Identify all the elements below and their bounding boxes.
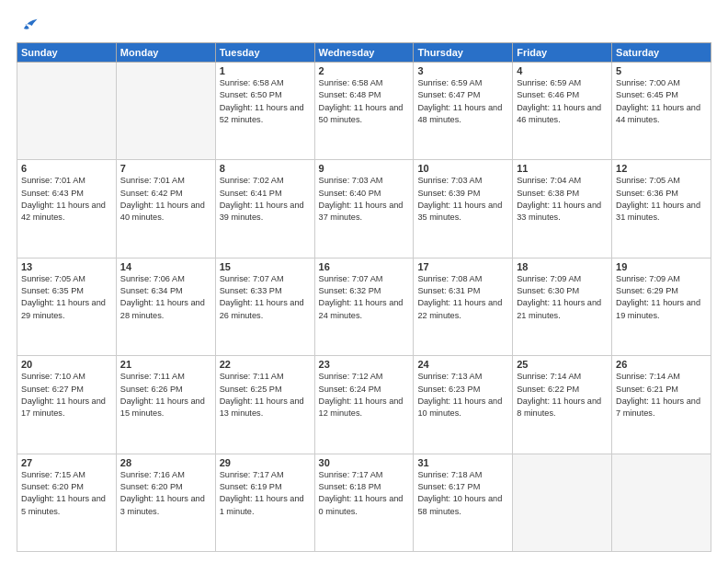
day-detail: Sunrise: 7:01 AMSunset: 6:42 PMDaylight:… (120, 176, 205, 222)
calendar-cell: 31Sunrise: 7:18 AMSunset: 6:17 PMDayligh… (414, 454, 513, 551)
day-number: 20 (21, 359, 112, 370)
day-number: 10 (417, 163, 508, 174)
calendar-cell: 20Sunrise: 7:10 AMSunset: 6:27 PMDayligh… (17, 356, 117, 454)
day-number: 23 (319, 359, 410, 370)
day-detail: Sunrise: 7:18 AMSunset: 6:17 PMDaylight:… (417, 470, 502, 516)
calendar-cell: 17Sunrise: 7:08 AMSunset: 6:31 PMDayligh… (414, 258, 513, 355)
day-number: 29 (220, 457, 311, 468)
day-detail: Sunrise: 6:59 AMSunset: 6:47 PMDaylight:… (417, 78, 502, 124)
day-number: 8 (220, 163, 311, 174)
calendar-cell (17, 63, 117, 160)
day-detail: Sunrise: 7:15 AMSunset: 6:20 PMDaylight:… (21, 470, 106, 516)
day-detail: Sunrise: 7:01 AMSunset: 6:43 PMDaylight:… (21, 176, 106, 222)
day-detail: Sunrise: 7:14 AMSunset: 6:21 PMDaylight:… (616, 372, 700, 418)
day-detail: Sunrise: 7:13 AMSunset: 6:23 PMDaylight:… (417, 372, 502, 418)
calendar-cell (513, 454, 612, 551)
calendar-cell: 26Sunrise: 7:14 AMSunset: 6:21 PMDayligh… (612, 356, 711, 454)
calendar-cell: 6Sunrise: 7:01 AMSunset: 6:43 PMDaylight… (17, 160, 117, 258)
day-detail: Sunrise: 7:07 AMSunset: 6:32 PMDaylight:… (319, 274, 404, 320)
day-detail: Sunrise: 7:17 AMSunset: 6:19 PMDaylight:… (220, 470, 304, 516)
calendar-cell: 3Sunrise: 6:59 AMSunset: 6:47 PMDaylight… (414, 63, 513, 160)
day-number: 2 (319, 65, 410, 76)
day-number: 25 (517, 359, 608, 370)
day-number: 18 (517, 261, 608, 272)
calendar-cell: 8Sunrise: 7:02 AMSunset: 6:41 PMDaylight… (215, 160, 314, 258)
weekday-header-wednesday: Wednesday (314, 43, 414, 63)
day-number: 16 (319, 261, 410, 272)
weekday-header-saturday: Saturday (612, 43, 711, 63)
day-detail: Sunrise: 7:00 AMSunset: 6:45 PMDaylight:… (616, 78, 700, 124)
calendar-cell: 13Sunrise: 7:05 AMSunset: 6:35 PMDayligh… (17, 258, 117, 355)
weekday-header-tuesday: Tuesday (215, 43, 314, 63)
day-number: 24 (417, 359, 508, 370)
day-number: 30 (319, 457, 410, 468)
calendar-cell: 24Sunrise: 7:13 AMSunset: 6:23 PMDayligh… (414, 356, 513, 454)
day-detail: Sunrise: 7:17 AMSunset: 6:18 PMDaylight:… (319, 470, 404, 516)
calendar-cell: 19Sunrise: 7:09 AMSunset: 6:29 PMDayligh… (612, 258, 711, 355)
calendar-cell: 30Sunrise: 7:17 AMSunset: 6:18 PMDayligh… (314, 454, 414, 551)
day-number: 6 (21, 163, 112, 174)
calendar-cell: 18Sunrise: 7:09 AMSunset: 6:30 PMDayligh… (513, 258, 612, 355)
page: SundayMondayTuesdayWednesdayThursdayFrid… (0, 0, 728, 563)
weekday-header-row: SundayMondayTuesdayWednesdayThursdayFrid… (17, 43, 711, 63)
day-detail: Sunrise: 6:58 AMSunset: 6:50 PMDaylight:… (220, 78, 304, 124)
day-detail: Sunrise: 7:09 AMSunset: 6:29 PMDaylight:… (616, 274, 700, 320)
calendar-cell: 2Sunrise: 6:58 AMSunset: 6:48 PMDaylight… (314, 63, 414, 160)
logo (17, 15, 39, 35)
day-detail: Sunrise: 7:04 AMSunset: 6:38 PMDaylight:… (517, 176, 601, 222)
calendar-week-1: 1Sunrise: 6:58 AMSunset: 6:50 PMDaylight… (17, 63, 711, 160)
calendar-cell: 27Sunrise: 7:15 AMSunset: 6:20 PMDayligh… (17, 454, 117, 551)
calendar-cell: 7Sunrise: 7:01 AMSunset: 6:42 PMDaylight… (116, 160, 215, 258)
day-detail: Sunrise: 7:11 AMSunset: 6:25 PMDaylight:… (220, 372, 304, 418)
day-detail: Sunrise: 7:03 AMSunset: 6:40 PMDaylight:… (319, 176, 404, 222)
day-detail: Sunrise: 7:06 AMSunset: 6:34 PMDaylight:… (120, 274, 205, 320)
day-detail: Sunrise: 6:58 AMSunset: 6:48 PMDaylight:… (319, 78, 404, 124)
day-number: 3 (417, 65, 508, 76)
calendar-week-3: 13Sunrise: 7:05 AMSunset: 6:35 PMDayligh… (17, 258, 711, 355)
day-number: 27 (21, 457, 112, 468)
calendar-cell: 5Sunrise: 7:00 AMSunset: 6:45 PMDaylight… (612, 63, 711, 160)
day-number: 17 (417, 261, 508, 272)
day-number: 31 (417, 457, 508, 468)
day-number: 28 (120, 457, 211, 468)
day-detail: Sunrise: 7:07 AMSunset: 6:33 PMDaylight:… (220, 274, 304, 320)
day-number: 9 (319, 163, 410, 174)
calendar-cell: 11Sunrise: 7:04 AMSunset: 6:38 PMDayligh… (513, 160, 612, 258)
day-number: 13 (21, 261, 112, 272)
day-detail: Sunrise: 7:14 AMSunset: 6:22 PMDaylight:… (517, 372, 601, 418)
day-detail: Sunrise: 7:05 AMSunset: 6:35 PMDaylight:… (21, 274, 106, 320)
calendar-week-5: 27Sunrise: 7:15 AMSunset: 6:20 PMDayligh… (17, 454, 711, 551)
calendar-cell: 16Sunrise: 7:07 AMSunset: 6:32 PMDayligh… (314, 258, 414, 355)
day-number: 4 (517, 65, 608, 76)
day-number: 1 (220, 65, 311, 76)
calendar-cell: 15Sunrise: 7:07 AMSunset: 6:33 PMDayligh… (215, 258, 314, 355)
calendar-cell (612, 454, 711, 551)
day-number: 11 (517, 163, 608, 174)
calendar-table: SundayMondayTuesdayWednesdayThursdayFrid… (17, 42, 711, 552)
day-number: 14 (120, 261, 211, 272)
day-number: 26 (616, 359, 707, 370)
calendar-cell: 1Sunrise: 6:58 AMSunset: 6:50 PMDaylight… (215, 63, 314, 160)
day-detail: Sunrise: 7:16 AMSunset: 6:20 PMDaylight:… (120, 470, 205, 516)
weekday-header-monday: Monday (116, 43, 215, 63)
day-detail: Sunrise: 6:59 AMSunset: 6:46 PMDaylight:… (517, 78, 601, 124)
calendar-cell: 28Sunrise: 7:16 AMSunset: 6:20 PMDayligh… (116, 454, 215, 551)
calendar-cell: 10Sunrise: 7:03 AMSunset: 6:39 PMDayligh… (414, 160, 513, 258)
calendar-week-4: 20Sunrise: 7:10 AMSunset: 6:27 PMDayligh… (17, 356, 711, 454)
day-number: 19 (616, 261, 707, 272)
day-detail: Sunrise: 7:11 AMSunset: 6:26 PMDaylight:… (120, 372, 205, 418)
day-number: 5 (616, 65, 707, 76)
day-detail: Sunrise: 7:12 AMSunset: 6:24 PMDaylight:… (319, 372, 404, 418)
day-detail: Sunrise: 7:05 AMSunset: 6:36 PMDaylight:… (616, 176, 700, 222)
day-detail: Sunrise: 7:03 AMSunset: 6:39 PMDaylight:… (417, 176, 502, 222)
day-number: 21 (120, 359, 211, 370)
calendar-cell: 4Sunrise: 6:59 AMSunset: 6:46 PMDaylight… (513, 63, 612, 160)
weekday-header-thursday: Thursday (414, 43, 513, 63)
day-detail: Sunrise: 7:09 AMSunset: 6:30 PMDaylight:… (517, 274, 601, 320)
day-detail: Sunrise: 7:08 AMSunset: 6:31 PMDaylight:… (417, 274, 502, 320)
weekday-header-sunday: Sunday (17, 43, 117, 63)
calendar-cell: 29Sunrise: 7:17 AMSunset: 6:19 PMDayligh… (215, 454, 314, 551)
calendar-cell (116, 63, 215, 160)
logo-bird-icon (18, 15, 39, 35)
day-detail: Sunrise: 7:10 AMSunset: 6:27 PMDaylight:… (21, 372, 106, 418)
